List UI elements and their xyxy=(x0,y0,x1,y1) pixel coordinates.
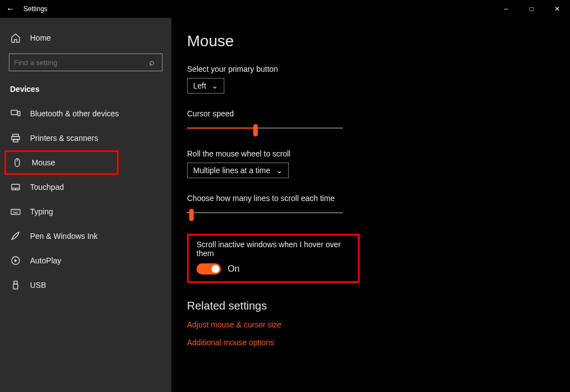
search-icon: ⌕ xyxy=(146,57,158,68)
slider-track xyxy=(187,212,343,213)
maximize-icon: □ xyxy=(529,5,533,13)
cursor-speed-label: Cursor speed xyxy=(187,109,559,118)
sidebar-item-touchpad[interactable]: Touchpad xyxy=(0,175,171,199)
svg-rect-17 xyxy=(14,281,17,284)
search-input[interactable]: ⌕ xyxy=(9,53,163,71)
sidebar-item-label: Bluetooth & other devices xyxy=(30,109,119,118)
related-settings-heading: Related settings xyxy=(187,300,559,312)
sidebar-item-label: USB xyxy=(30,281,46,290)
cursor-speed-slider[interactable] xyxy=(187,122,343,134)
sidebar-section-heading: Devices xyxy=(0,79,171,101)
chevron-down-icon: ⌄ xyxy=(276,166,283,175)
close-icon: ✕ xyxy=(554,5,560,13)
sidebar-item-label: Mouse xyxy=(32,158,55,167)
sidebar-home[interactable]: Home xyxy=(0,26,171,50)
window-title: Settings xyxy=(21,5,47,13)
devices-icon xyxy=(10,108,21,119)
slider-fill xyxy=(187,128,255,129)
maximize-button[interactable]: □ xyxy=(519,0,544,18)
lines-scroll-slider[interactable] xyxy=(187,207,343,218)
sidebar-item-label: Pen & Windows Ink xyxy=(30,232,97,241)
primary-button-label: Select your primary button xyxy=(187,65,559,74)
wheel-scroll-dropdown[interactable]: Multiple lines at a time ⌄ xyxy=(187,163,289,178)
toggle-knob xyxy=(212,265,219,273)
scroll-inactive-state: On xyxy=(228,264,239,274)
primary-button-dropdown[interactable]: Left ⌄ xyxy=(187,78,224,94)
sidebar-item-autoplay[interactable]: AutoPlay xyxy=(0,248,171,273)
svg-rect-0 xyxy=(11,110,17,115)
close-button[interactable]: ✕ xyxy=(544,0,570,18)
back-button[interactable]: ← xyxy=(0,0,21,18)
lines-scroll-label: Choose how many lines to scroll each tim… xyxy=(187,194,559,203)
primary-button-value: Left xyxy=(193,81,206,90)
svg-rect-10 xyxy=(11,209,20,214)
pen-icon xyxy=(10,231,21,242)
sidebar-item-label: Printers & scanners xyxy=(30,134,98,143)
sidebar-item-typing[interactable]: Typing xyxy=(0,199,171,224)
scroll-inactive-highlight: Scroll inactive windows when I hover ove… xyxy=(187,234,360,283)
search-field[interactable] xyxy=(14,58,146,67)
chevron-down-icon: ⌄ xyxy=(212,81,218,90)
sidebar-item-mouse[interactable]: Mouse xyxy=(4,150,119,175)
autoplay-icon xyxy=(10,255,21,266)
sidebar-item-label: AutoPlay xyxy=(30,256,61,265)
keyboard-icon xyxy=(10,206,21,217)
home-icon xyxy=(10,32,21,43)
mouse-icon xyxy=(12,157,23,168)
sidebar: Home ⌕ Devices Bluetooth & other devices xyxy=(0,18,171,392)
link-adjust-cursor[interactable]: Adjust mouse & cursor size xyxy=(187,320,559,329)
sidebar-item-usb[interactable]: USB xyxy=(0,273,171,297)
slider-thumb[interactable] xyxy=(253,124,258,136)
sidebar-item-bluetooth[interactable]: Bluetooth & other devices xyxy=(0,101,171,126)
wheel-scroll-label: Roll the mouse wheel to scroll xyxy=(187,149,559,158)
touchpad-icon xyxy=(10,182,21,193)
printer-icon xyxy=(10,133,21,144)
svg-rect-1 xyxy=(18,111,20,116)
slider-thumb[interactable] xyxy=(189,209,194,221)
main-content: Mouse Select your primary button Left ⌄ … xyxy=(171,18,570,392)
page-title: Mouse xyxy=(187,32,559,50)
svg-rect-18 xyxy=(13,284,18,289)
sidebar-item-label: Typing xyxy=(30,207,53,216)
minimize-button[interactable]: – xyxy=(493,0,519,18)
minimize-icon: – xyxy=(504,5,508,13)
sidebar-item-label: Touchpad xyxy=(30,183,64,192)
sidebar-item-pen[interactable]: Pen & Windows Ink xyxy=(0,224,171,248)
sidebar-item-printers[interactable]: Printers & scanners xyxy=(0,126,171,150)
arrow-left-icon: ← xyxy=(6,4,15,13)
titlebar: ← Settings – □ ✕ xyxy=(0,0,570,18)
usb-icon xyxy=(10,280,21,291)
wheel-scroll-value: Multiple lines at a time xyxy=(193,166,271,175)
scroll-inactive-label: Scroll inactive windows when I hover ove… xyxy=(196,240,350,258)
sidebar-home-label: Home xyxy=(30,33,51,42)
scroll-inactive-toggle[interactable] xyxy=(196,263,221,275)
link-additional-options[interactable]: Additional mouse options xyxy=(187,338,559,347)
